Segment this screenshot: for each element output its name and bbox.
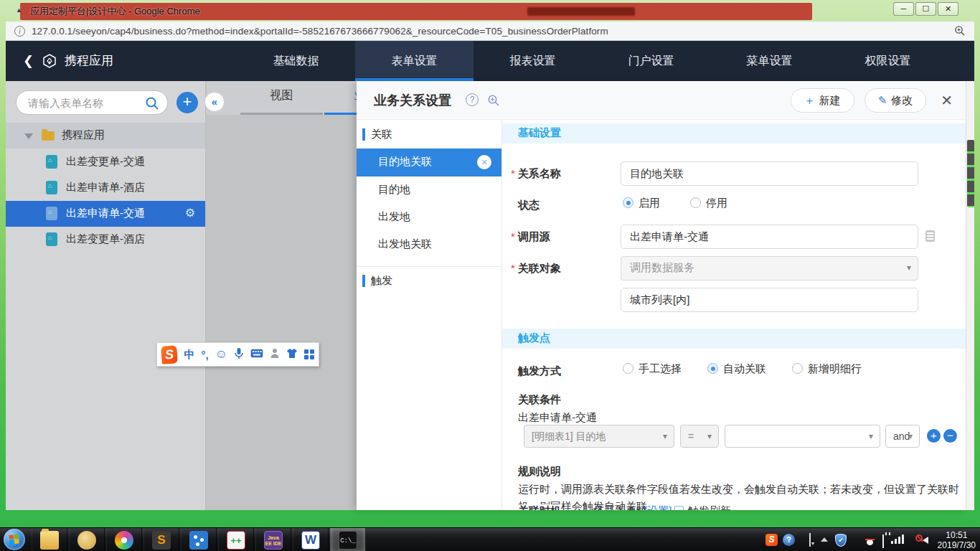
tray-hidden-icons-arrow[interactable] xyxy=(821,537,828,542)
scrollbar-thumb[interactable] xyxy=(967,140,974,207)
edit-button[interactable]: ✎修改 xyxy=(864,88,927,113)
tab-view[interactable]: 视图 xyxy=(240,88,323,115)
new-button[interactable]: ＋新建 xyxy=(791,88,854,113)
taskbar-cmd-button[interactable]: C:\_ xyxy=(330,528,366,551)
add-condition-icon[interactable]: + xyxy=(927,429,941,443)
subnav-item-label[interactable]: 出发地关联 xyxy=(378,237,432,251)
subnav-item-destination-assoc[interactable]: 目的地关联 ✕ xyxy=(357,149,501,176)
minimize-button[interactable]: ─ xyxy=(893,2,914,16)
tree-item[interactable]: 出差变更单-酒店 xyxy=(6,227,205,253)
tree-item-label[interactable]: 出差申请单-交通 xyxy=(66,207,145,220)
radio-manual-label[interactable]: 手工选择 xyxy=(639,362,682,375)
back-icon[interactable]: ❮ xyxy=(23,53,34,69)
tree-item-label[interactable]: 出差变更单-交通 xyxy=(66,155,145,169)
ime-punctuation-icon[interactable]: °, xyxy=(201,349,208,361)
target-service-input[interactable] xyxy=(621,288,918,312)
tab-form-settings[interactable]: 表单设置 xyxy=(355,41,473,81)
tray-network-signal-icon[interactable] xyxy=(891,534,904,544)
condition-value-select[interactable] xyxy=(725,425,880,448)
tree-item-label[interactable]: 出差变更单-酒店 xyxy=(66,232,145,246)
gear-icon[interactable]: ⚙ xyxy=(185,206,195,220)
radio-enabled-label[interactable]: 启用 xyxy=(639,197,660,209)
zoom-in-icon[interactable] xyxy=(487,94,500,110)
radio-disabled[interactable] xyxy=(690,197,701,208)
tray-window-icon[interactable] xyxy=(809,533,811,547)
subnav-item-label[interactable]: 目的地 xyxy=(378,183,410,197)
taskbar-photos-button[interactable] xyxy=(106,528,142,551)
taskbar-javaee-button[interactable]: Java EE IDE xyxy=(255,528,291,551)
subnav-item-label[interactable]: 出发地 xyxy=(378,210,410,224)
maximize-button[interactable]: ☐ xyxy=(915,2,936,16)
taskbar-word-button[interactable]: W xyxy=(293,528,329,551)
condition-field-select[interactable]: [明细表1] 目的地 xyxy=(524,425,674,448)
address-bar[interactable]: i 127.0.0.1/seeyon/cap4/business.do?meth… xyxy=(6,22,974,41)
ime-toolbox-icon[interactable] xyxy=(304,349,314,359)
refresh-checkbox[interactable] xyxy=(674,506,684,510)
remove-condition-icon[interactable]: − xyxy=(943,429,957,443)
add-form-button[interactable]: + xyxy=(176,92,198,113)
ime-mic-icon[interactable] xyxy=(234,347,244,362)
taskbar-sublime-button[interactable]: S xyxy=(143,528,179,551)
tree-item[interactable]: 出差申请单-酒店 xyxy=(6,175,205,201)
tray-help-icon[interactable]: ? xyxy=(783,534,795,546)
ime-keyboard-icon[interactable] xyxy=(250,348,263,361)
caret-down-icon[interactable] xyxy=(24,133,33,139)
radio-enabled[interactable] xyxy=(623,197,633,208)
subnav-item-origin-assoc[interactable]: 出发地关联 xyxy=(357,231,501,258)
ime-chinese-mode-icon[interactable]: 中 xyxy=(184,348,194,362)
tray-clock[interactable]: 10:51 2019/7/30 xyxy=(938,530,976,550)
radio-newrow-label[interactable]: 新增明细行 xyxy=(808,362,862,375)
tree-item[interactable]: 出差变更单-交通 xyxy=(6,149,205,175)
tab-basic-data[interactable]: 基础数据 xyxy=(237,41,355,81)
source-list-icon[interactable] xyxy=(925,230,935,242)
target-select[interactable]: 调用数据服务 xyxy=(621,256,918,281)
help-icon[interactable]: ? xyxy=(466,93,479,106)
radio-manual[interactable] xyxy=(623,363,633,374)
timing-settings-link[interactable]: [设置] xyxy=(644,504,672,510)
taskbar-diagram-button[interactable] xyxy=(181,528,217,551)
radio-newrow[interactable] xyxy=(792,363,803,374)
root-folder-label[interactable]: 携程应用 xyxy=(62,128,105,142)
tray-power-plug-icon[interactable] xyxy=(882,534,884,548)
relation-name-input[interactable] xyxy=(621,161,918,186)
subnav-item-origin[interactable]: 出发地 xyxy=(357,204,501,231)
app-cube-icon[interactable] xyxy=(42,53,57,72)
sogou-logo-icon[interactable]: S xyxy=(161,345,178,364)
radio-disabled-label[interactable]: 停用 xyxy=(706,197,727,209)
close-window-button[interactable]: ✕ xyxy=(938,2,958,16)
tab-permission-settings[interactable]: 权限设置 xyxy=(829,41,947,81)
tab-menu-settings[interactable]: 菜单设置 xyxy=(710,41,829,81)
tab-report-settings[interactable]: 报表设置 xyxy=(473,41,592,81)
chrome-titlebar[interactable]: ▲ 应用定制平台|设计中心 - Google Chrome ─ ☐ ✕ xyxy=(6,0,974,22)
ime-emoji-icon[interactable]: ☺ xyxy=(215,347,227,362)
refresh-checkbox-label[interactable]: 触发刷新 xyxy=(688,504,731,510)
subnav-item-destination[interactable]: 目的地 xyxy=(357,176,501,204)
subnav-item-label[interactable]: 目的地关联 xyxy=(378,155,432,169)
page-info-icon[interactable]: i xyxy=(14,26,25,37)
zoom-page-icon[interactable] xyxy=(954,25,966,39)
page-scrollbar[interactable] xyxy=(966,81,974,510)
condition-operator-select[interactable]: = xyxy=(680,425,719,448)
radio-auto-label[interactable]: 自动关联 xyxy=(723,362,766,375)
remove-icon[interactable]: ✕ xyxy=(477,155,491,169)
tray-shield-icon[interactable]: ✔ xyxy=(835,534,847,547)
taskbar-navicat-button[interactable] xyxy=(69,528,105,551)
ime-skin-person-icon[interactable] xyxy=(270,348,280,362)
tree-item-selected[interactable]: 出差申请单-交通 ⚙ xyxy=(6,201,205,227)
tray-sogou-icon[interactable]: S xyxy=(765,534,778,546)
taskbar-notepadpp-button[interactable]: ++ xyxy=(218,528,254,551)
search-input[interactable] xyxy=(28,92,143,113)
source-input[interactable] xyxy=(621,225,918,249)
tab-portal-settings[interactable]: 门户设置 xyxy=(592,41,710,81)
tree-root-row[interactable]: 携程应用 xyxy=(6,123,205,149)
close-panel-icon[interactable]: ✕ xyxy=(936,92,957,109)
tree-item-label[interactable]: 出差申请单-酒店 xyxy=(66,181,145,194)
url-text[interactable]: 127.0.0.1/seeyon/cap4/business.do?method… xyxy=(32,26,608,37)
collapse-sidebar-icon[interactable]: « xyxy=(204,92,225,112)
radio-auto[interactable] xyxy=(707,363,718,374)
search-icon[interactable] xyxy=(145,96,159,113)
ime-shirt-icon[interactable] xyxy=(286,348,298,362)
tab-business[interactable]: 业务 xyxy=(324,88,357,115)
start-button[interactable] xyxy=(4,529,25,550)
condition-logic-select[interactable]: and xyxy=(885,425,920,448)
